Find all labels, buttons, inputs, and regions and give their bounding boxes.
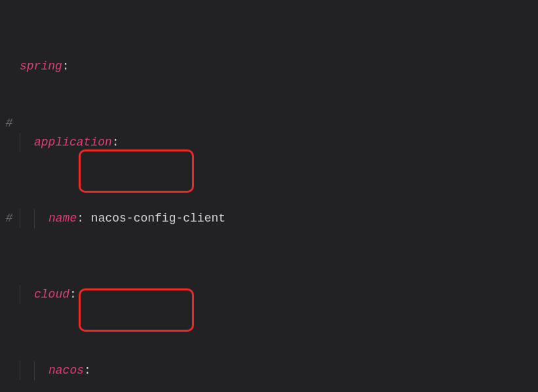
yaml-colon: :	[62, 60, 69, 73]
gutter-line	[0, 247, 18, 266]
gutter-line	[0, 342, 18, 361]
yaml-key: name	[48, 212, 77, 225]
gutter-line	[0, 190, 18, 209]
yaml-colon: :	[69, 288, 77, 301]
yaml-colon: :	[84, 364, 91, 377]
code-line[interactable]: name: nacos-config-client	[20, 209, 538, 228]
yaml-key: nacos	[48, 364, 84, 377]
gutter-line	[0, 304, 18, 323]
annotation-box-1	[79, 149, 194, 193]
gutter-line: #	[0, 114, 18, 133]
code-line[interactable]: cloud:	[20, 285, 538, 304]
gutter-line	[0, 0, 18, 19]
yaml-key: application	[34, 136, 112, 149]
code-editor[interactable]: # # spring: application: name: nacos-con…	[0, 0, 538, 392]
yaml-value: nacos-config-client	[91, 212, 225, 225]
yaml-key: cloud	[34, 288, 69, 301]
gutter-line	[0, 19, 18, 38]
gutter: # #	[0, 0, 18, 392]
gutter-line	[0, 361, 18, 380]
gutter-line	[0, 323, 18, 342]
yaml-colon: :	[77, 212, 84, 225]
gutter-line	[0, 266, 18, 285]
gutter-line	[0, 171, 18, 190]
gutter-line: #	[0, 209, 18, 228]
code-area[interactable]: spring: application: name: nacos-config-…	[18, 0, 538, 392]
gutter-line	[0, 38, 18, 57]
gutter-line	[0, 285, 18, 304]
code-line[interactable]: nacos:	[20, 361, 538, 380]
gutter-line	[0, 95, 18, 114]
gutter-line	[0, 76, 18, 95]
yaml-key: spring	[20, 60, 62, 73]
yaml-colon: :	[112, 136, 119, 149]
gutter-line	[0, 133, 18, 152]
code-line[interactable]: spring:	[20, 57, 538, 76]
gutter-line	[0, 152, 18, 171]
gutter-line	[0, 228, 18, 247]
gutter-line	[0, 57, 18, 76]
code-line[interactable]: application:	[20, 133, 538, 152]
